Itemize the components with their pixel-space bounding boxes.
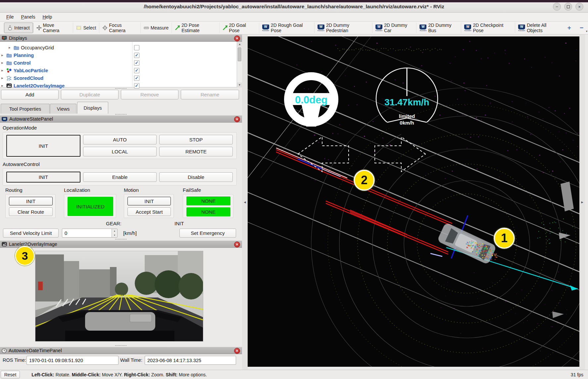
render-viewport[interactable]: 0.0deg 31.47km/h limited 0km/h: [248, 36, 579, 367]
annotation-marker-2: 2: [353, 169, 375, 191]
tree-row-planning[interactable]: ▸ Planning ✓: [0, 51, 237, 59]
image-icon: [6, 83, 12, 88]
tool-2d-goal-pose[interactable]: 2D Goal Pose: [219, 23, 259, 33]
checkbox[interactable]: [134, 45, 139, 50]
expand-arrow-icon[interactable]: ▸: [0, 61, 5, 65]
tool-interact[interactable]: Interact: [4, 23, 33, 33]
close-button[interactable]: ×: [575, 3, 583, 11]
tool-focus-camera[interactable]: Focus Camera: [99, 23, 140, 33]
send-velocity-limit-button[interactable]: Send Velocity Limit: [3, 229, 59, 238]
spin-up-icon[interactable]: ▲: [112, 229, 117, 233]
operation-mode-label: OperationMode: [3, 125, 37, 131]
tool-2d-dummy-car[interactable]: WAutoware 2D Dummy Car: [372, 23, 416, 33]
splitter-handle[interactable]: [115, 345, 126, 346]
tool-2d-checkpoint-pose[interactable]: WAutoware 2D Checkpoint Pose: [461, 23, 515, 33]
tree-scrollbar[interactable]: ▲ ▼: [237, 42, 242, 87]
displays-tree: ▸ OccupancyGrid ▸ Planning ✓ ▸ Control ✓…: [0, 42, 242, 87]
add-tool-button[interactable]: +: [564, 24, 575, 31]
tool-2d-pose-estimate[interactable]: 2D Pose Estimate: [172, 23, 219, 33]
checkbox[interactable]: ✓: [134, 53, 139, 58]
expand-arrow-icon[interactable]: ▸: [0, 83, 5, 88]
tool-2d-dummy-pedestrian[interactable]: WAutoware 2D Dummy Pedestrian: [314, 23, 372, 33]
splitter-handle[interactable]: [115, 114, 126, 115]
wall-time-label: Wall Time:: [120, 357, 142, 363]
right-splitter[interactable]: ▶: [579, 34, 585, 370]
close-icon: ×: [236, 242, 238, 247]
checkbox[interactable]: ✓: [134, 68, 139, 73]
maximize-button[interactable]: [564, 3, 572, 11]
tool-2d-dummy-bus[interactable]: WAutoware 2D Dummy Bus: [416, 23, 461, 33]
operation-mode-stop-button[interactable]: STOP: [159, 135, 233, 144]
left-splitter[interactable]: ◀: [242, 34, 248, 370]
scroll-down-icon[interactable]: ▼: [237, 82, 242, 87]
folder-icon: [6, 61, 12, 65]
tool-select[interactable]: Select: [73, 23, 99, 33]
menu-panels[interactable]: Panels: [18, 13, 38, 21]
scrollbar-thumb[interactable]: [238, 47, 241, 61]
clear-route-button[interactable]: Clear Route: [9, 207, 53, 216]
menu-help[interactable]: Help: [39, 13, 55, 21]
lavender-segment: [430, 253, 442, 256]
pointcloud-icon: [6, 76, 12, 81]
displays-panel-header[interactable]: Displays ×: [0, 34, 242, 42]
rename-button[interactable]: Rename: [181, 90, 239, 99]
tree-row-control[interactable]: ▸ Control ✓: [0, 59, 237, 67]
set-emergency-button[interactable]: Set Emergency: [179, 229, 236, 238]
add-button[interactable]: Add: [1, 90, 59, 99]
autoware-control-enable-button[interactable]: Enable: [83, 172, 157, 182]
tool-delete-all-objects[interactable]: WAutoware Delete All Objects: [515, 23, 564, 33]
expand-arrow-icon[interactable]: ▸: [0, 76, 5, 80]
tab-displays[interactable]: Displays: [77, 102, 108, 114]
remove-button[interactable]: Remove: [121, 90, 178, 99]
operation-mode-auto-button[interactable]: AUTO: [83, 135, 157, 144]
tree-row-yablocparticle[interactable]: ▸ YabLocParticle ✓: [0, 67, 237, 74]
spin-down-icon[interactable]: ▼: [112, 233, 117, 238]
wall-time-field[interactable]: 2023-06-08 14:17:13.325: [145, 356, 236, 365]
routing-init-button[interactable]: INIT: [9, 197, 53, 205]
detected-lane-lines: [276, 148, 452, 254]
expand-arrow-icon[interactable]: ▸: [7, 45, 12, 50]
tab-views[interactable]: Views: [50, 104, 76, 114]
accept-start-button[interactable]: Accept Start: [127, 207, 171, 216]
collapse-left-icon[interactable]: ◀: [244, 201, 246, 204]
checkbox[interactable]: ✓: [134, 76, 139, 81]
ros-time-field[interactable]: 1970-01-01 09:08:51.920: [26, 356, 119, 365]
autoware-control-init-button[interactable]: INIT: [6, 172, 80, 183]
tool-move-camera[interactable]: Move Camera: [33, 23, 73, 33]
motion-init-button[interactable]: INIT: [127, 197, 171, 205]
collapse-right-icon[interactable]: ▶: [581, 201, 583, 204]
panel-close-button[interactable]: ×: [234, 348, 240, 354]
tree-row-scoredcloud[interactable]: ▸ ScoredCloud ✓: [0, 74, 237, 82]
tool-measure[interactable]: Measure: [140, 23, 172, 33]
expand-arrow-icon[interactable]: ▸: [0, 68, 5, 73]
checkbox[interactable]: ✓: [134, 60, 139, 66]
remove-tool-button[interactable]: −▾: [575, 24, 588, 31]
tab-tool-properties[interactable]: Tool Properties: [1, 104, 50, 114]
overlay-panel-header[interactable]: Lanelet2OverlayImage ×: [0, 241, 242, 248]
splitter-handle[interactable]: [115, 88, 126, 89]
panel-close-button[interactable]: ×: [234, 116, 240, 122]
titlebar[interactable]: /home/kentoyabuuchi2/Projects/yabloc_aut…: [0, 0, 588, 13]
expand-arrow-icon[interactable]: ▸: [0, 53, 5, 57]
autoware-control-disable-button[interactable]: Disable: [159, 172, 233, 182]
operation-mode-local-button[interactable]: LOCAL: [83, 147, 157, 156]
reset-button[interactable]: Reset: [1, 371, 20, 378]
state-panel-header[interactable]: W AutowareStatePanel ×: [0, 115, 242, 123]
operation-mode-remote-button[interactable]: REMOTE: [159, 147, 233, 156]
minimize-button[interactable]: −: [553, 3, 561, 11]
velocity-limit-input[interactable]: 0 ▲▼: [62, 229, 118, 238]
motion-label: Motion: [124, 187, 139, 193]
close-icon: ×: [578, 4, 581, 9]
tree-row-occupancygrid[interactable]: ▸ OccupancyGrid: [0, 44, 237, 51]
panel-close-button[interactable]: ×: [234, 242, 240, 247]
tool-2d-rough-goal-pose[interactable]: WAutoware 2D Rough Goal Pose: [259, 23, 314, 33]
checkbox[interactable]: ✓: [134, 83, 139, 88]
duplicate-button[interactable]: Duplicate: [61, 90, 119, 99]
menu-file[interactable]: File: [3, 13, 17, 21]
datetime-panel-header[interactable]: AutowareDateTimePanel ×: [0, 347, 242, 354]
svg-text:2: 2: [361, 173, 368, 187]
splitter-handle[interactable]: [115, 239, 126, 240]
panel-close-button[interactable]: ×: [234, 35, 240, 41]
scroll-up-icon[interactable]: ▲: [237, 42, 242, 47]
operation-mode-init-button[interactable]: INIT: [6, 135, 80, 157]
